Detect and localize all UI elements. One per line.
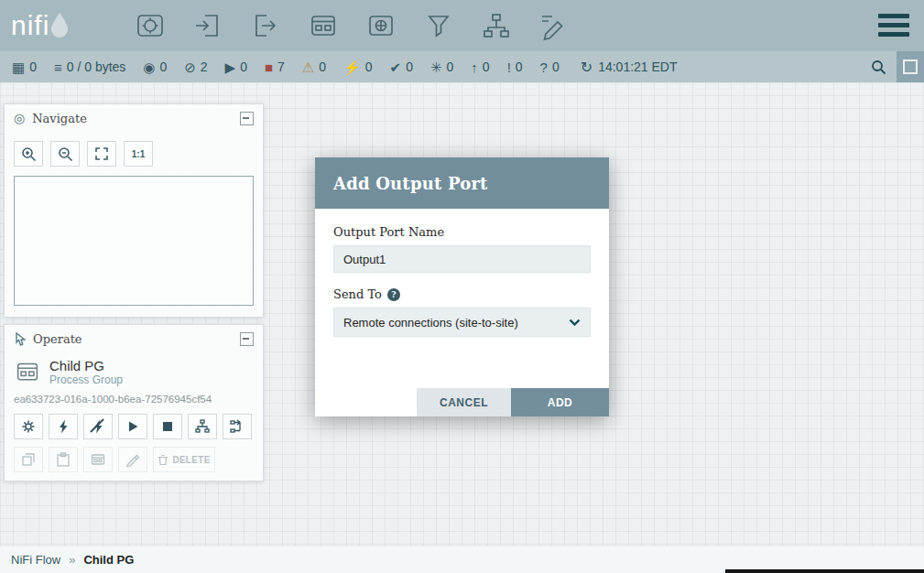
group-button[interactable]: [83, 447, 113, 472]
add-output-port-dialog: Add Output Port Output Port Name Send To…: [315, 157, 609, 416]
check-icon: ✔: [390, 60, 402, 74]
global-menu-icon[interactable]: [878, 14, 909, 37]
exclamation-icon: !: [507, 60, 511, 74]
status-invalid: ⚠0: [302, 59, 326, 74]
collapse-navigate-button[interactable]: [240, 112, 254, 125]
upload-template-button[interactable]: [188, 414, 217, 439]
cancel-button[interactable]: CANCEL: [417, 388, 511, 416]
output-port-icon[interactable]: [249, 9, 282, 42]
window-edge-artifact: [725, 569, 924, 573]
operate-buttons-row-2: DELETE: [5, 439, 263, 472]
process-group-icon[interactable]: [307, 9, 340, 42]
dialog-header: Add Output Port: [315, 157, 609, 209]
status-bar-right: [860, 51, 924, 82]
operate-buttons-row-1: [5, 406, 263, 439]
play-icon: [126, 420, 139, 433]
zoom-actual-size-button[interactable]: 1:1: [124, 141, 153, 167]
chevron-down-icon: [569, 319, 581, 326]
send-to-label-row: Send To ?: [333, 287, 591, 301]
refresh-icon[interactable]: ↻: [581, 59, 592, 76]
fill-color-button[interactable]: [118, 447, 147, 472]
last-refreshed: ↻14:01:21 EDT: [581, 59, 678, 76]
hamburger-bar: [878, 23, 909, 27]
component-name: Child PG: [49, 358, 123, 373]
input-port-icon[interactable]: [191, 9, 224, 42]
collapse-operate-button[interactable]: [240, 332, 254, 346]
breadcrumb-separator: »: [69, 553, 75, 567]
one-to-one-icon: 1:1: [132, 149, 145, 159]
remote-process-group-icon[interactable]: [364, 9, 397, 42]
operate-panel-header: Operate: [5, 325, 263, 352]
breadcrumb-root[interactable]: NiFi Flow: [11, 553, 60, 567]
stop-button[interactable]: [153, 414, 182, 439]
add-button[interactable]: ADD: [511, 388, 609, 416]
side-panel-toggle-button[interactable]: [897, 51, 924, 82]
arrow-up-icon: ↑: [471, 60, 478, 74]
hamburger-bar: [878, 32, 909, 37]
status-counts: ▦0 ≡0 / 0 bytes ◉0 ⊘2 ▶0 ■7 ⚠0 ⚡0 ✔0 ✳0 …: [0, 59, 678, 76]
grid-icon: ▦: [12, 60, 25, 74]
status-stale: ↑0: [471, 59, 489, 74]
copy-button[interactable]: [14, 447, 43, 472]
compass-icon: ◎: [14, 112, 25, 124]
status-queued: ≡0 / 0 bytes: [54, 59, 125, 74]
breadcrumb-current[interactable]: Child PG: [83, 553, 134, 567]
zoom-in-button[interactable]: [14, 141, 43, 167]
disabled-bolt-icon: ⚡: [343, 60, 361, 74]
transmit-icon: ◉: [143, 60, 155, 74]
status-sync-failure: ?0: [540, 59, 560, 74]
send-to-selected-value: Remote connections (site-to-site): [343, 316, 518, 330]
nifi-logo: nifi: [11, 10, 110, 41]
send-to-label: Send To: [333, 287, 382, 301]
gear-icon: [21, 419, 36, 434]
flow-status-bar: ▦0 ≡0 / 0 bytes ◉0 ⊘2 ▶0 ■7 ⚠0 ⚡0 ✔0 ✳0 …: [0, 51, 924, 82]
label-icon[interactable]: [538, 9, 571, 42]
question-icon: ?: [540, 60, 548, 74]
lightning-icon: [57, 419, 70, 434]
output-port-name-label: Output Port Name: [333, 225, 591, 239]
dialog-title: Add Output Port: [333, 174, 488, 193]
copy-icon: [21, 452, 36, 467]
help-icon[interactable]: ?: [387, 288, 400, 301]
navigate-buttons: 1:1: [5, 132, 263, 170]
operate-panel: Operate Child PG Process Group ea633723-…: [4, 324, 264, 481]
processor-icon[interactable]: [134, 9, 167, 42]
dialog-body: Output Port Name Send To ? Remote connec…: [315, 209, 609, 337]
asterisk-icon: ✳: [430, 60, 442, 74]
status-stopped: ■7: [265, 59, 285, 74]
zoom-fit-button[interactable]: [87, 141, 116, 167]
group-icon: [91, 452, 105, 467]
dialog-buttons: CANCEL ADD: [417, 388, 609, 416]
brush-icon: [125, 452, 140, 467]
component-type: Process Group: [49, 373, 123, 386]
send-to-dropdown[interactable]: Remote connections (site-to-site): [333, 308, 591, 337]
configure-button[interactable]: [14, 414, 43, 439]
funnel-icon[interactable]: [422, 9, 455, 42]
template-icon[interactable]: [480, 9, 513, 42]
delete-button[interactable]: DELETE: [153, 447, 215, 472]
play-icon: ▶: [225, 60, 236, 74]
top-toolbar: nifi: [0, 0, 924, 51]
disable-button[interactable]: [83, 414, 113, 439]
start-button[interactable]: [118, 414, 147, 439]
component-toolbar: [134, 9, 571, 42]
navigate-panel-header: ◎ Navigate: [5, 104, 263, 132]
enable-button[interactable]: [49, 414, 78, 439]
stop-icon: [162, 421, 173, 432]
output-port-name-input[interactable]: [333, 245, 591, 273]
component-id: ea633723-016a-1000-b6ea-72576945cf54: [5, 388, 263, 406]
status-transmitting: ◉0: [143, 59, 167, 74]
zoom-out-button[interactable]: [50, 141, 80, 167]
component-names: Child PG Process Group: [49, 358, 123, 386]
search-icon[interactable]: [860, 51, 897, 82]
selected-component: Child PG Process Group: [5, 352, 263, 388]
paste-button[interactable]: [49, 447, 78, 472]
status-disabled: ⚡0: [343, 59, 373, 74]
status-not-transmitting: ⊘2: [184, 59, 207, 74]
flow-canvas[interactable]: ◎ Navigate 1:1: [0, 82, 924, 546]
square-icon: [903, 59, 918, 74]
create-template-button[interactable]: [223, 414, 252, 439]
delete-button-label: DELETE: [172, 455, 210, 465]
paste-icon: [56, 452, 71, 467]
birdseye-minimap[interactable]: [14, 176, 254, 306]
